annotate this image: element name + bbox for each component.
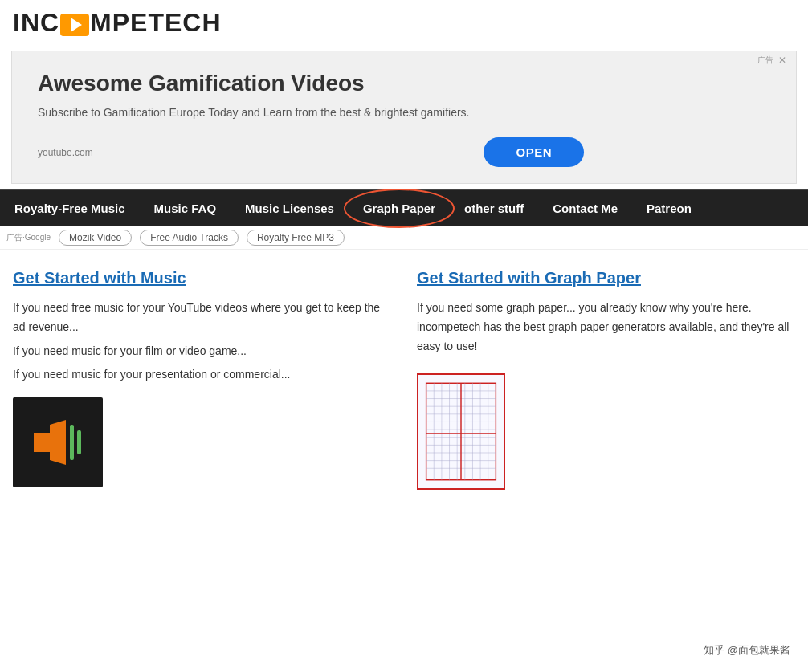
nav-music-licenses[interactable]: Music Licenses (231, 190, 349, 226)
main-content: Get Started with Music If you need free … (0, 250, 808, 512)
ad-label: 广告 (757, 55, 773, 66)
page-header: INCMPETECH (0, 0, 808, 46)
logo-text-after: MPETECH (90, 8, 221, 37)
music-section-title[interactable]: Get Started with Music (13, 269, 391, 287)
music-line-1: If you need free music for your YouTube … (13, 299, 391, 337)
ad-subtitle: Subscribe to Gamification Europe Today a… (38, 104, 488, 121)
music-thumbnail (13, 397, 103, 487)
nav-music-faq[interactable]: Music FAQ (140, 190, 231, 226)
ad-open-button[interactable]: OPEN (484, 137, 584, 167)
google-ad-mozik[interactable]: Mozik Video (59, 230, 132, 246)
ad-footer: youtube.com OPEN (38, 137, 584, 167)
ad-close-button[interactable]: ✕ (778, 55, 786, 66)
site-logo[interactable]: INCMPETECH (13, 8, 795, 38)
graph-column: Get Started with Graph Paper If you need… (417, 269, 795, 493)
google-ad-royalty-mp3[interactable]: Royalty Free MP3 (247, 230, 345, 246)
navbar: Royalty-Free Music Music FAQ Music Licen… (0, 189, 808, 226)
graph-section-title[interactable]: Get Started with Graph Paper (417, 269, 795, 287)
music-line-2: If you need music for your film or video… (13, 342, 391, 361)
nav-other-stuff[interactable]: other stuff (450, 190, 538, 226)
graph-thumbnail (417, 373, 505, 493)
logo-text-before: INC (13, 8, 59, 37)
music-column: Get Started with Music If you need free … (13, 269, 391, 493)
google-ad-free-audio[interactable]: Free Audio Tracks (140, 230, 239, 246)
nav-graph-paper[interactable]: Graph Paper (349, 190, 450, 226)
ad-banner: 广告 ✕ Awesome Gamification Videos Subscri… (11, 51, 797, 184)
google-ad-label: 广告·Google (6, 232, 51, 243)
svg-rect-2 (77, 430, 81, 454)
speaker-svg (30, 418, 86, 466)
ad-title: Awesome Gamification Videos (38, 71, 770, 96)
nav-patreon[interactable]: Patreon (632, 190, 706, 226)
graph-section-description: If you need some graph paper... you alre… (417, 299, 795, 356)
svg-marker-0 (34, 420, 66, 465)
ad-source: youtube.com (38, 147, 93, 158)
music-line-3: If you need music for your presentation … (13, 365, 391, 385)
graph-svg (417, 373, 505, 490)
svg-rect-1 (70, 425, 74, 460)
nav-contact-me[interactable]: Contact Me (538, 190, 632, 226)
google-ad-row: 广告·Google Mozik Video Free Audio Tracks … (0, 226, 808, 250)
nav-royalty-free-music[interactable]: Royalty-Free Music (0, 190, 140, 226)
logo-play-icon (60, 14, 89, 36)
